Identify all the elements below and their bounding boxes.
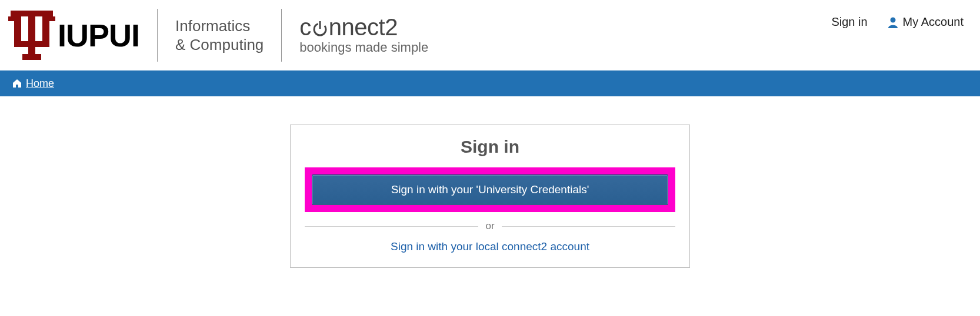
signin-title: Sign in xyxy=(305,137,675,157)
divider xyxy=(281,9,282,62)
app-name-part2: nnect2 xyxy=(329,15,398,39)
dept-line2: & Computing xyxy=(175,35,264,55)
iupui-logo: IUPUI xyxy=(8,6,139,65)
home-icon xyxy=(12,78,22,89)
svg-point-10 xyxy=(890,17,895,22)
university-signin-button[interactable]: Sign in with your 'University Credential… xyxy=(312,174,668,205)
divider xyxy=(157,9,158,62)
svg-rect-3 xyxy=(14,41,49,47)
signin-card: Sign in Sign in with your 'University Cr… xyxy=(290,125,690,268)
svg-rect-4 xyxy=(11,11,53,16)
divider-line xyxy=(502,226,675,227)
app-name-part1: c xyxy=(299,15,311,39)
signin-link[interactable]: Sign in xyxy=(831,15,867,29)
svg-rect-7 xyxy=(22,54,41,60)
divider-line xyxy=(305,226,478,227)
or-label: or xyxy=(485,220,494,232)
main-content: Sign in Sign in with your 'University Cr… xyxy=(0,96,980,296)
local-signin-link[interactable]: Sign in with your local connect2 account xyxy=(305,240,675,253)
power-icon xyxy=(312,20,328,36)
connect2-logo: c nnect2 bookings made simple xyxy=(299,15,428,55)
svg-rect-0 xyxy=(28,11,35,56)
navbar: Home xyxy=(0,70,980,96)
my-account-link[interactable]: My Account xyxy=(888,15,964,29)
header-bar: IUPUI Informatics & Computing c nnect2 b… xyxy=(0,0,980,70)
dept-line1: Informatics xyxy=(175,16,264,36)
trident-icon xyxy=(8,6,55,65)
dept-name: Informatics & Computing xyxy=(175,16,264,55)
iupui-wordmark: IUPUI xyxy=(58,17,139,53)
app-tagline: bookings made simple xyxy=(299,40,428,55)
highlight-annotation: Sign in with your 'University Credential… xyxy=(305,167,675,212)
or-divider: or xyxy=(305,220,675,232)
nav-home[interactable]: Home xyxy=(12,78,54,90)
top-links: Sign in My Account xyxy=(831,15,964,29)
svg-rect-6 xyxy=(42,16,55,21)
nav-home-label: Home xyxy=(26,78,54,90)
user-icon xyxy=(888,16,898,28)
svg-rect-5 xyxy=(8,16,21,21)
